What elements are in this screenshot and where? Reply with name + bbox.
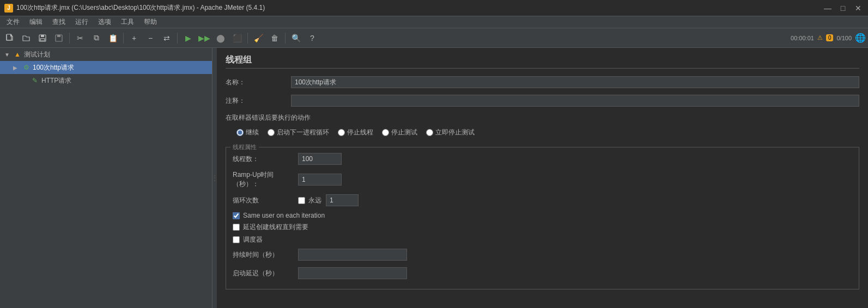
svg-rect-6 [57,35,60,37]
toolbar-cut-button[interactable]: ✂ [72,30,88,46]
thread-count-label: 线程数： [233,155,298,164]
menu-options[interactable]: 选项 [94,16,116,28]
menu-help[interactable]: 帮助 [139,16,161,28]
earth-icon: 🌐 [855,33,866,43]
name-row: 名称： [226,75,859,89]
scheduler-row: 调度器 [233,235,852,244]
radio-continue-label: 继续 [246,128,259,137]
name-input[interactable] [291,76,859,88]
sidebar-item-label-test-plan: 测试计划 [24,50,50,59]
warning-count: 0 [826,34,834,41]
toolbar-clearall-button[interactable]: 🗑 [267,30,282,46]
tree-arrow-test-plan: ▼ [4,52,11,58]
app-icon: J [4,4,13,13]
toolbar-save-button[interactable] [35,30,50,46]
test-plan-icon: ▲ [13,50,22,59]
duration-row: 持续时间（秒） [233,248,852,262]
loop-count-input[interactable] [326,194,359,206]
toolbar-expand-button[interactable]: + [126,30,142,46]
toolbar-open-button[interactable] [19,30,34,46]
loop-count-row: 循环次数 永远 [233,193,852,207]
tree-container: ▼ ▲ 测试计划 ▶ ⚙ 100次http请求 ▶ ✎ HTTP请求 [0,48,212,308]
delayed-start-checkbox[interactable] [233,224,240,231]
thread-properties-title: 线程属性 [230,143,259,151]
delayed-start-row: 延迟创建线程直到需要 [233,223,852,232]
sidebar-item-thread-group[interactable]: ▶ ⚙ 100次http请求 [0,61,212,74]
error-action-radio-group: 继续 启动下一进程循环 停止线程 停止测试 立即停止测试 [226,125,859,140]
forever-label: 永远 [308,196,321,205]
toolbar-right: 00:00:01 ⚠ 0 0/100 🌐 [791,33,866,43]
delayed-start-label: 延迟创建线程直到需要 [243,223,308,232]
toolbar-help-button[interactable]: ? [305,30,320,46]
radio-stop-now-label: 立即停止测试 [435,128,475,137]
sidebar-item-http-request[interactable]: ▶ ✎ HTTP请求 [0,74,212,87]
toolbar-collapse-button[interactable]: − [143,30,158,46]
timer-display: 00:00:01 [791,35,814,41]
menu-find[interactable]: 查找 [48,16,70,28]
toolbar-sep-3 [177,33,178,44]
menu-edit[interactable]: 编辑 [25,16,47,28]
same-user-checkbox[interactable] [233,212,240,219]
toolbar-shutdown-button[interactable]: ⬛ [229,30,245,46]
toolbar-saveas-button[interactable] [51,30,66,46]
error-action-label: 在取样器错误后要执行的动作 [226,114,311,121]
error-action-section: 在取样器错误后要执行的动作 [226,113,859,122]
title-bar-controls: — □ ✕ [822,3,864,14]
toolbar-start-nopauses-button[interactable]: ▶▶ [197,30,212,46]
comment-label: 注释： [226,96,291,106]
comment-input[interactable] [291,95,859,107]
menu-run[interactable]: 运行 [71,16,93,28]
same-user-label: Same user on each iteration [243,212,325,219]
toolbar-start-button[interactable]: ▶ [180,30,196,46]
toolbar-clear-button[interactable]: 🧹 [251,30,266,46]
title-bar: J 100次http请求.jmx (C:\Users\abc\Desktop\1… [0,0,868,16]
minimize-button[interactable]: — [822,3,833,14]
startup-delay-input[interactable] [298,267,407,279]
name-label: 名称： [226,78,291,87]
toolbar-sep-5 [285,33,286,44]
duration-label: 持续时间（秒） [233,250,298,260]
content-panel: 线程组 名称： 注释： 在取样器错误后要执行的动作 继续 启动下一进程循环 [217,48,868,308]
toolbar-stop-button[interactable]: ⬤ [213,30,228,46]
comment-row: 注释： [226,94,859,108]
menu-bar: 文件 编辑 查找 运行 选项 工具 帮助 [0,16,868,28]
tree-arrow-thread-group: ▶ [13,65,20,71]
toolbar-toggle-button[interactable]: ⇄ [159,30,174,46]
menu-tools[interactable]: 工具 [117,16,138,28]
sidebar: ▼ ▲ 测试计划 ▶ ⚙ 100次http请求 ▶ ✎ HTTP请求 [0,48,213,308]
toolbar: ✂ ⧉ 📋 + − ⇄ ▶ ▶▶ ⬤ ⬛ 🧹 🗑 🔍 ? 00:00:01 ⚠ … [0,28,868,48]
main-layout: ▼ ▲ 测试计划 ▶ ⚙ 100次http请求 ▶ ✎ HTTP请求 ⋮ 线程组… [0,48,868,308]
toolbar-copy-button[interactable]: ⧉ [89,30,104,46]
panel-title: 线程组 [226,54,859,69]
toolbar-paste-button[interactable]: 📋 [105,30,120,46]
ramp-up-input[interactable] [298,174,342,186]
radio-stop-now[interactable]: 立即停止测试 [426,128,475,137]
toolbar-search-button[interactable]: 🔍 [288,30,304,46]
radio-stop-thread[interactable]: 停止线程 [338,128,373,137]
toolbar-sep-2 [123,33,124,44]
toolbar-new-button[interactable] [2,30,17,46]
forever-checkbox-label[interactable]: 永远 [298,196,321,205]
radio-start-next[interactable]: 启动下一进程循环 [268,128,329,137]
sidebar-item-test-plan[interactable]: ▼ ▲ 测试计划 [0,48,212,61]
maximize-button[interactable]: □ [837,3,848,14]
radio-stop-test-label: 停止测试 [391,128,417,137]
radio-start-next-label: 启动下一进程循环 [277,128,329,137]
toolbar-sep-4 [247,33,248,44]
thread-counter: 0/100 [836,35,852,41]
forever-checkbox[interactable] [298,197,305,204]
radio-continue[interactable]: 继续 [236,128,259,137]
sidebar-divider[interactable]: ⋮ [213,48,217,308]
ramp-up-row: Ramp-Up时间（秒）： [233,170,852,189]
menu-file[interactable]: 文件 [2,16,24,28]
close-button[interactable]: ✕ [853,3,864,14]
toolbar-sep-1 [69,33,70,44]
title-bar-left: J 100次http请求.jmx (C:\Users\abc\Desktop\1… [4,3,265,13]
radio-stop-thread-label: 停止线程 [347,128,373,137]
duration-input[interactable] [298,249,407,261]
sidebar-item-label-thread-group: 100次http请求 [33,63,74,72]
thread-count-input[interactable] [298,153,342,165]
scheduler-checkbox[interactable] [233,236,240,243]
radio-stop-test[interactable]: 停止测试 [382,128,417,137]
thread-count-row: 线程数： [233,152,852,166]
